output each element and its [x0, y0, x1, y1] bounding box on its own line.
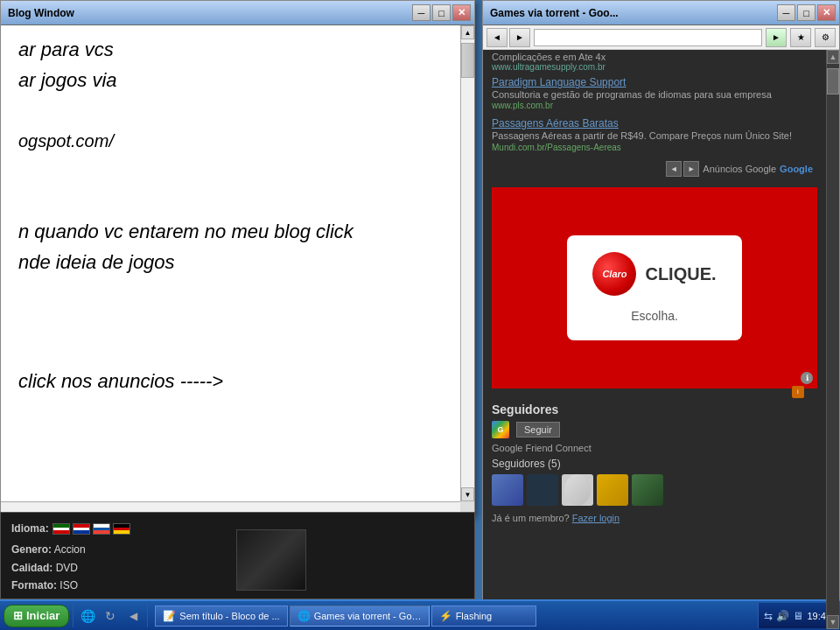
maximize-button[interactable]: □ [432, 4, 451, 21]
follower-avatar-5[interactable] [632, 474, 663, 506]
gear-button[interactable]: ⚙ [815, 28, 836, 47]
blog-content: ar para vcs ar jogos via ogspot.com/ n q… [1, 25, 460, 501]
ad-item-2: Passagens Aéreas Baratas Passagens Aérea… [492, 117, 817, 151]
follower-avatar-4[interactable] [597, 474, 628, 506]
minimize-button[interactable]: ─ [412, 4, 430, 21]
nav-icon: ◀ [130, 610, 137, 622]
video-preview [237, 530, 305, 590]
followers-avatars [492, 474, 817, 506]
seguir-button[interactable]: Seguir [516, 422, 560, 438]
ad-url-1: www.pls.com.br [492, 101, 817, 110]
complications-text: Complicações e em Ate 4x [483, 50, 826, 62]
close-button[interactable]: ✕ [452, 4, 471, 21]
ad-url-2: Mundi.com.br/Passagens-Aereas [492, 143, 817, 152]
play-button[interactable]: ► [766, 28, 787, 47]
blog-line-4: nde ideia de jogos [18, 247, 443, 277]
right-content-scrollbar[interactable]: ▲ ▼ [826, 50, 839, 629]
fazer-login-link[interactable]: Fazer login [572, 513, 620, 523]
orange-icon: i [792, 386, 804, 398]
claro-logo-area: Claro CLIQUE. [592, 252, 716, 296]
flag-brazil [52, 523, 70, 535]
blog-text: ar para vcs ar jogos via ogspot.com/ n q… [18, 34, 443, 396]
calidad-value: DVD [56, 562, 78, 574]
taskbar-flashing-label: Flashing [456, 611, 493, 621]
right-scroll-thumb[interactable] [827, 68, 839, 94]
back-button[interactable]: ◄ [486, 28, 508, 47]
tray-sound-icon[interactable]: 🔊 [776, 610, 789, 622]
left-browser-window: Blog Window ─ □ ✕ ar para vcs ar jogos v… [0, 0, 475, 516]
claro-advertisement[interactable]: Claro CLIQUE. Escolha. ℹ [492, 187, 817, 388]
tray-arrows-icon[interactable]: ⇆ [764, 610, 773, 622]
right-maximize-button[interactable]: □ [797, 4, 816, 21]
taskbar-item-flashing[interactable]: ⚡ Flashing [431, 606, 536, 626]
taskbar-item-notepad[interactable]: 📝 Sem título - Bloco de ... [155, 606, 287, 626]
right-window-controls: ─ □ ✕ [777, 4, 836, 21]
right-close-button[interactable]: ✕ [817, 4, 836, 21]
tray-network-icon[interactable]: 🖥 [793, 610, 803, 622]
ad-prev-arrow[interactable]: ◄ [666, 161, 682, 177]
address-input[interactable] [534, 29, 762, 46]
flag-germany [113, 523, 130, 535]
address-bar-area: ◄ ► ► ★ ⚙ [483, 25, 839, 50]
quick-launch-refresh[interactable]: ↻ [100, 606, 121, 626]
nav-arrows: ◄ ► [486, 28, 530, 47]
ad-nav-arrows: ◄ ► [666, 161, 699, 177]
ad-desc-1: Consultoria e gestão de programas de idi… [492, 88, 817, 101]
follower-avatar-1[interactable] [492, 474, 523, 506]
formato-value: ISO [60, 579, 78, 592]
bookmark-button[interactable]: ★ [790, 28, 811, 47]
scroll-up-arrow[interactable]: ▲ [461, 25, 474, 39]
quick-launch-ie[interactable]: 🌐 [77, 606, 98, 626]
formato-label: Formato: [11, 579, 57, 592]
right-minimize-button[interactable]: ─ [777, 4, 795, 21]
follower-avatar-2[interactable] [527, 474, 558, 506]
ad-link-2[interactable]: Passagens Aéreas Baratas [492, 117, 817, 130]
left-window-title: Blog Window [4, 7, 412, 19]
scroll-bottom-arrow[interactable]: ▼ [827, 615, 839, 629]
google-icon: G [492, 421, 509, 438]
taskbar-items: 📝 Sem título - Bloco de ... 🌐 Games via … [151, 606, 756, 626]
taskbar-item-games[interactable]: 🌐 Games via torrent - Goo... [290, 606, 430, 626]
already-member-text: Já é um membro? [492, 513, 570, 523]
forward-button[interactable]: ► [509, 28, 530, 47]
start-button[interactable]: ⊞ Iniciar [4, 605, 69, 627]
idioma-label: Idioma: [11, 520, 49, 537]
google-logo-text: Google [780, 164, 813, 174]
quick-launch-nav[interactable]: ◀ [122, 606, 144, 626]
refresh-icon: ↻ [105, 609, 116, 623]
ad-item-1: Paradigm Language Support Consultoria e … [492, 76, 817, 110]
right-content: ▲ ▼ Complicações e em Ate 4x www.ultraga… [483, 50, 839, 629]
claro-escolha-text: Escolha. [631, 309, 678, 323]
start-label: Iniciar [26, 609, 60, 622]
scroll-thumb[interactable] [461, 43, 474, 78]
vertical-scrollbar[interactable]: ▲ ▼ [460, 25, 474, 501]
left-window-controls: ─ □ ✕ [412, 4, 471, 21]
claro-info-icon: ℹ [801, 372, 813, 384]
taskbar-separator-2 [147, 605, 148, 627]
ad-link-1[interactable]: Paradigm Language Support [492, 76, 817, 88]
follower-avatar-3[interactable] [562, 474, 593, 506]
windows-logo-icon: ⊞ [13, 609, 23, 622]
left-window-content: ar para vcs ar jogos via ogspot.com/ n q… [1, 25, 474, 515]
seguir-area: G Seguir [492, 421, 817, 438]
member-text: Já é um membro? Fazer login [492, 513, 817, 523]
flags-area [52, 523, 130, 535]
ad-desc-2: Passagens Aéreas a partir de R$49. Compa… [492, 130, 817, 142]
right-window-title: Games via torrent - Goo... [486, 7, 777, 19]
ad-next-arrow[interactable]: ► [683, 161, 699, 177]
complications-url: www.ultragamesupply.com.br [483, 62, 826, 72]
right-browser-window: Games via torrent - Goo... ─ □ ✕ ◄ ► ► ★… [482, 0, 840, 630]
ads-section: Paradigm Language Support Consultoria e … [483, 72, 826, 183]
calidad-label: Calidad: [11, 562, 52, 574]
video-thumbnail [236, 529, 306, 591]
right-panel-main: Complicações e em Ate 4x www.ultragamesu… [483, 50, 839, 629]
scroll-down-arrow[interactable]: ▼ [461, 487, 474, 501]
taskbar-games-label: Games via torrent - Goo... [314, 611, 422, 621]
flag-france [93, 523, 110, 535]
blog-line-3: n quando vc entarem no meu blog click [18, 216, 443, 247]
google-ads-text: Anúncios Google [703, 164, 776, 174]
right-window-titlebar[interactable]: Games via torrent - Goo... ─ □ ✕ [483, 1, 839, 25]
left-window-titlebar[interactable]: Blog Window ─ □ ✕ [1, 1, 474, 25]
scroll-top-arrow[interactable]: ▲ [827, 50, 839, 64]
claro-clique-text: CLIQUE. [645, 264, 716, 284]
